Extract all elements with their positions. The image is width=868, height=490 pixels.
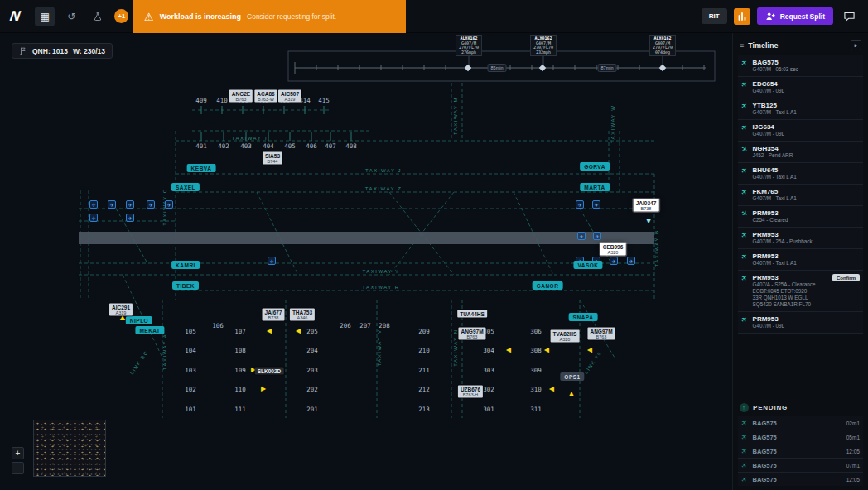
heading-arrow-icon: ▶ xyxy=(267,328,272,334)
experiments-button[interactable] xyxy=(88,7,108,26)
chat-button[interactable] xyxy=(840,7,858,26)
timeline-entry[interactable]: ✈IJG634G407/M - 09L xyxy=(738,120,863,142)
timeline-entry[interactable]: ✈BHU645G407/M - Taxi L A1 xyxy=(738,163,863,185)
waypoint-chip[interactable]: TIBEK xyxy=(172,281,199,290)
timeline-callsign: PRM953 xyxy=(753,252,797,260)
aircraft-label[interactable]: UZB676B763-H xyxy=(458,386,483,398)
zoom-out-button[interactable]: − xyxy=(12,462,24,474)
waypoint-chip[interactable]: GORVA xyxy=(580,162,610,171)
aircraft-label[interactable]: JAI0347B738 xyxy=(634,199,659,212)
aircraft-label[interactable]: SIA53B744 xyxy=(263,152,282,165)
waypoint-chip[interactable]: SNAPA xyxy=(569,313,598,321)
gate-label: 211 xyxy=(418,367,430,374)
aircraft-label[interactable]: ACA86B763-W xyxy=(254,90,277,103)
waypoint-chip[interactable]: NIPLO xyxy=(126,316,152,324)
timeline-detail: G407/M - 09L xyxy=(753,323,785,329)
send-icon[interactable]: ▸ xyxy=(851,40,861,50)
timeline-entry[interactable]: ✈PRM953G407/M - Taxi L A1 xyxy=(738,249,863,271)
timeline-entry[interactable]: ✈PRM953C254 - Cleared xyxy=(738,206,863,228)
stats-button[interactable] xyxy=(734,8,750,25)
timeline-entry[interactable]: ✈PRM953G407/M - 09L xyxy=(738,312,863,334)
taxiway-label: TAXIWAY R xyxy=(362,285,399,290)
waypoint-chip[interactable]: SAXEL xyxy=(171,183,200,191)
stand-marker-icon: ✈ xyxy=(576,200,584,209)
rit-button[interactable]: RIT xyxy=(702,8,727,24)
timeline-entry[interactable]: ✈PRM953G407/A - S25A - ClearanceEOBT:084… xyxy=(738,271,863,312)
heading-arrow-icon: ▶ xyxy=(261,386,266,392)
zoom-in-button[interactable]: + xyxy=(12,447,24,459)
waypoint-chip[interactable]: VASOK xyxy=(573,261,602,269)
confirm-button[interactable]: Confirm xyxy=(832,274,860,281)
aircraft-label[interactable]: AIC507A319 xyxy=(278,90,301,103)
chat-icon xyxy=(843,11,856,22)
aircraft-label[interactable]: ANG2EB763 xyxy=(229,90,253,103)
pending-entry[interactable]: ✈BAG57502m1 xyxy=(738,416,863,430)
timeline-entry[interactable]: ✈FKM765G407/M - Taxi L A1 xyxy=(738,185,863,206)
flight-strip-block[interactable]: ALX0162G407/M270/FL70232mph xyxy=(530,35,557,56)
zoom-controls: + − xyxy=(12,447,24,474)
waypoint-chip[interactable]: GANOR xyxy=(533,281,563,290)
timeline-entry[interactable]: ✈YTB125G407/M - Taxi L A1 xyxy=(738,98,863,120)
waypoint-chip[interactable]: MARTA xyxy=(580,183,610,191)
aircraft-type: A320 xyxy=(553,337,577,342)
gate-label: 402 xyxy=(218,142,229,150)
stand-marker-icon: ✈ xyxy=(89,200,98,209)
workload-warning-banner[interactable]: ⚠ Workload is increasing Consider reques… xyxy=(133,0,406,33)
takeoff-icon: ✈ xyxy=(740,446,750,457)
aircraft-type: B744 xyxy=(265,159,280,164)
pending-callsign: BAG575 xyxy=(753,420,777,427)
aircraft-callsign: TUA44HS xyxy=(460,311,485,317)
stand-marker-icon: ✈ xyxy=(108,200,116,209)
history-button[interactable]: ↺ xyxy=(61,7,81,26)
timeline-entry[interactable]: ✈NGH354J452 - Pend ARR xyxy=(738,142,863,163)
gate-label: 213 xyxy=(418,406,430,413)
waypoint-chip[interactable]: KEBVA xyxy=(187,164,216,172)
pending-header: ↑ PENDING xyxy=(738,400,863,416)
aircraft-label[interactable]: JAI677B738 xyxy=(263,309,285,321)
waypoint-chip[interactable]: OPS1 xyxy=(560,372,584,381)
gate-label: 206 xyxy=(340,322,351,329)
aircraft-callsign: AIC291 xyxy=(112,305,130,310)
aircraft-label[interactable]: SLK002D xyxy=(255,368,284,375)
timeline-entry[interactable]: ✈PRM953G407/M - 25A - Pushback xyxy=(738,228,863,249)
aircraft-type: B763 xyxy=(590,334,612,339)
aircraft-label[interactable]: ANG97MB763 xyxy=(587,328,615,340)
pending-entry[interactable]: ✈BAG57512:05 xyxy=(738,444,863,458)
pending-entry[interactable]: ✈BAG57507m1 xyxy=(738,458,863,472)
timeline-entry[interactable]: ✈BAG575G407/M - 05:03 sec xyxy=(738,55,863,77)
request-split-button[interactable]: Request Split xyxy=(757,7,833,25)
aircraft-label[interactable]: TVA82HSA320 xyxy=(551,330,580,343)
layout-grid-button[interactable]: ▦ xyxy=(35,7,55,26)
heading-arrow-icon: ▶ xyxy=(549,386,554,392)
flight-strip-block[interactable]: ALX0162G407/M270/FL70074deg xyxy=(649,35,676,56)
gate-label: 311 xyxy=(530,406,542,413)
aircraft-label[interactable]: THA753A346 xyxy=(290,309,315,321)
aircraft-callsign: UZB676 xyxy=(461,387,480,392)
heading-arrow-icon: ▶ xyxy=(587,347,592,353)
flight-strip-block[interactable]: ALX0162G407/M270/FL70276mph xyxy=(456,35,482,56)
aircraft-label[interactable]: CEB996A320 xyxy=(600,243,626,256)
gate-label: 111 xyxy=(234,406,246,413)
aircraft-callsign: CEB996 xyxy=(603,244,624,250)
aircraft-label[interactable]: AIC291A319 xyxy=(109,304,133,316)
timeline-entry-body: PRM953G407/M - Taxi L A1 xyxy=(753,252,797,267)
timeline-entry[interactable]: ✈EDC654G407/M - 09L xyxy=(738,77,863,98)
aircraft-type: B763-H xyxy=(461,392,480,397)
pending-entry[interactable]: ✈BAG57512:05 xyxy=(738,472,863,486)
takeoff-icon: ✈ xyxy=(740,315,750,325)
aircraft-label[interactable]: ANG97MB763 xyxy=(458,328,485,340)
takeoff-icon: ✈ xyxy=(740,230,750,241)
minimap[interactable] xyxy=(33,420,106,477)
taxiway-label: TAXIWAY Z xyxy=(365,186,403,191)
takeoff-icon: ✈ xyxy=(740,252,750,262)
alert-count-badge[interactable]: +1 xyxy=(114,9,128,23)
takeoff-icon: ✈ xyxy=(740,273,750,284)
topbar: N ▦ ↺ +1 ⚠ Workload is increasing Consid… xyxy=(0,0,868,33)
waypoint-chip[interactable]: KAMRI xyxy=(171,261,200,269)
aircraft-label[interactable]: TUA44HS xyxy=(457,310,487,318)
aircraft-type: A319 xyxy=(112,310,130,315)
timeline-callsign: NGH354 xyxy=(753,145,793,152)
waypoint-chip[interactable]: MEKAT xyxy=(135,326,164,334)
pending-entry[interactable]: ✈BAG57505m1 xyxy=(738,430,863,444)
stand-marker-icon: ✈ xyxy=(577,232,586,240)
